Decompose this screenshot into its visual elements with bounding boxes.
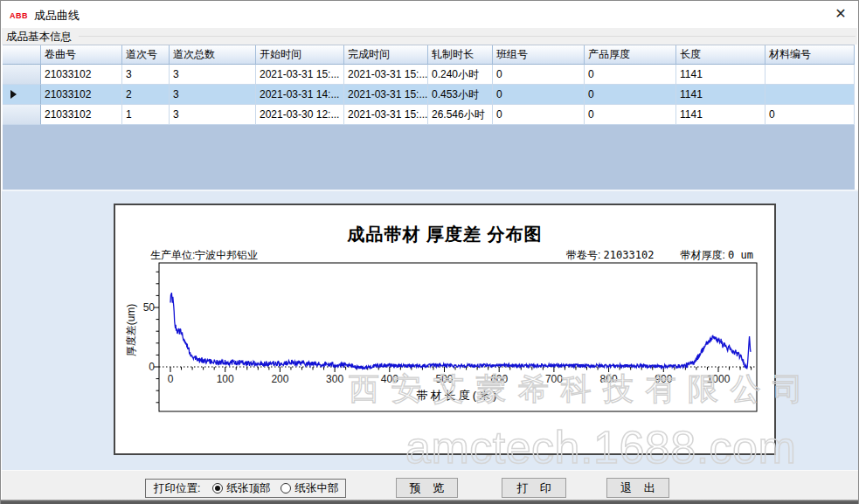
window: ABB 成品曲线 ✕ 成品基本信息 卷曲号道次号道次总数开始时间完成时间轧制时长…: [0, 0, 859, 504]
svg-text:0: 0: [149, 361, 155, 373]
cell: 2021-03-31 15:...: [344, 65, 428, 85]
column-header[interactable]: 产品厚度: [585, 45, 676, 65]
table-row[interactable]: 21033102132021-03-30 12:...2021-03-31 15…: [3, 105, 855, 125]
cell: 0: [585, 65, 676, 85]
svg-text:300: 300: [326, 373, 343, 385]
cell: [765, 65, 855, 85]
abb-logo: ABB: [10, 11, 28, 20]
section-divider: [79, 36, 856, 37]
cell: 0: [585, 85, 676, 105]
radio-paper-middle[interactable]: [281, 483, 291, 494]
title-bar: ABB 成品曲线 ✕: [1, 1, 858, 28]
column-header[interactable]: 开始时间: [256, 45, 344, 65]
svg-text:50: 50: [143, 301, 156, 314]
table-row[interactable]: 21033102232021-03-31 14:...2021-03-31 15…: [3, 85, 855, 105]
grid-header-row: 卷曲号道次号道次总数开始时间完成时间轧制时长班组号产品厚度长度材料编号: [3, 45, 855, 65]
cell: 2: [122, 85, 170, 105]
print-button[interactable]: 打 印: [502, 478, 566, 498]
cell: 2021-03-31 15:...: [344, 85, 428, 105]
cell: 21033102: [41, 65, 122, 85]
close-icon[interactable]: ✕: [832, 5, 849, 23]
svg-text:0: 0: [168, 373, 174, 385]
cell: 0: [585, 105, 676, 125]
column-header[interactable]: 长度: [676, 45, 765, 65]
cell: 1141: [676, 65, 765, 85]
radio-paper-middle-label: 纸张中部: [294, 481, 338, 496]
column-header[interactable]: 轧制时长: [428, 45, 493, 65]
column-header[interactable]: 材料编号: [765, 45, 855, 65]
cell: 0: [765, 105, 855, 125]
cell: 21033102: [41, 105, 122, 125]
column-header[interactable]: 班组号: [493, 45, 585, 65]
row-selector-header[interactable]: [3, 45, 41, 65]
cell: 2021-03-31 15:...: [344, 105, 428, 125]
column-header[interactable]: 完成时间: [344, 45, 428, 65]
cell: 0: [493, 105, 585, 125]
cell: 1141: [676, 105, 765, 125]
column-header[interactable]: 道次号: [122, 45, 170, 65]
watermark-line2: amctech.1688.com: [405, 421, 796, 473]
svg-text:厚度差(um): 厚度差(um): [125, 304, 137, 357]
window-title: 成品曲线: [34, 8, 80, 24]
cell: 0.240小时: [428, 65, 493, 85]
print-position-group: 打印位置: 纸张顶部 纸张中部: [145, 479, 346, 498]
cell: 3: [170, 105, 256, 125]
svg-text:200: 200: [271, 373, 288, 385]
svg-text:100: 100: [217, 373, 234, 385]
watermark-line1: 西安艾蒙希科技有限公司: [349, 369, 815, 410]
row-selector-cell[interactable]: [3, 105, 41, 125]
row-selector-cell[interactable]: [3, 85, 41, 105]
column-header[interactable]: 道次总数: [170, 45, 256, 65]
cell: 1: [122, 105, 170, 125]
cell: 2021-03-31 14:...: [256, 85, 344, 105]
cell: 2021-03-30 12:...: [256, 105, 344, 125]
column-header[interactable]: 卷曲号: [41, 45, 122, 65]
window-bottom-edge: [1, 500, 859, 504]
radio-paper-top-label: 纸张顶部: [226, 481, 270, 496]
row-selector-cell[interactable]: [3, 65, 41, 85]
radio-paper-top[interactable]: [212, 483, 223, 494]
section-label: 成品基本信息: [6, 30, 72, 45]
cell: 21033102: [41, 85, 122, 105]
current-row-arrow-icon: [10, 90, 17, 99]
table-row[interactable]: 21033102332021-03-31 15:...2021-03-31 15…: [3, 65, 855, 85]
preview-button[interactable]: 预 览: [396, 478, 458, 498]
section-groupbox: 成品基本信息: [2, 28, 857, 45]
data-grid[interactable]: 卷曲号道次号道次总数开始时间完成时间轧制时长班组号产品厚度长度材料编号21033…: [3, 45, 855, 190]
print-position-label: 打印位置:: [154, 481, 200, 496]
thickness-line-chart: 01002003004005006007008009001000050带材长度(…: [115, 205, 774, 453]
cell: 0: [493, 65, 585, 85]
cell: 0: [493, 85, 585, 105]
cell: 1141: [676, 85, 765, 105]
cell: 3: [170, 65, 256, 85]
cell: 26.546小时: [428, 105, 493, 125]
cell: 3: [170, 85, 256, 105]
cell: 2021-03-31 15:...: [256, 65, 344, 85]
cell: [765, 85, 855, 105]
chart-panel: 成品带材 厚度差 分布图 生产单位:宁波中邦铝业 带卷号: 21033102 带…: [114, 204, 776, 455]
exit-button[interactable]: 退 出: [606, 478, 669, 498]
cell: 0.453小时: [428, 85, 493, 105]
cell: 3: [122, 65, 170, 85]
